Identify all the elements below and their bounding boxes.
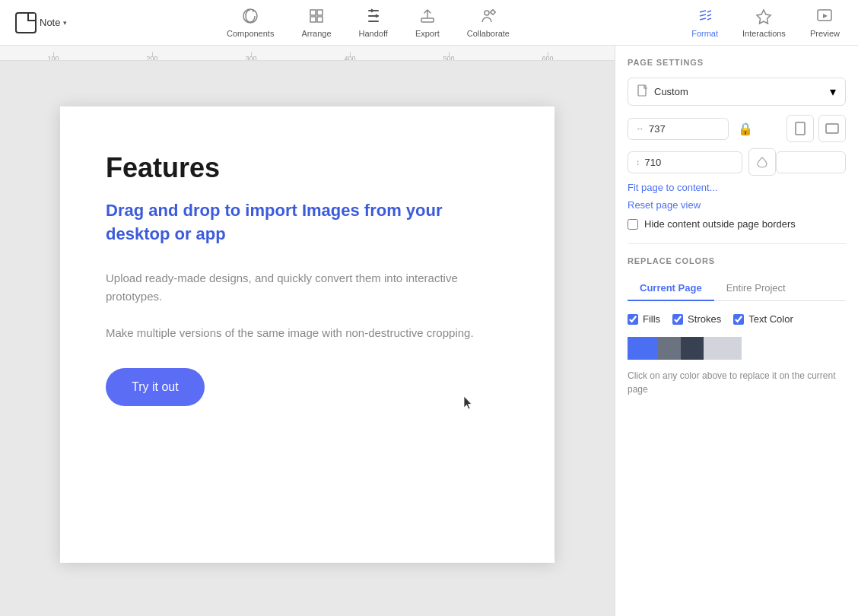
components-label: Components bbox=[227, 29, 274, 38]
width-input[interactable] bbox=[649, 123, 687, 135]
ruler-top: 100 200 300 400 500 600 bbox=[0, 46, 615, 61]
svg-rect-23 bbox=[826, 124, 838, 133]
handoff-label: Handoff bbox=[359, 29, 388, 38]
strokes-checkbox[interactable] bbox=[672, 314, 683, 325]
collaborate-icon bbox=[480, 8, 497, 27]
main-layout: 100 200 300 400 500 600 Features Drag an… bbox=[0, 46, 858, 616]
format-label: Format bbox=[691, 29, 718, 38]
svg-point-8 bbox=[491, 10, 494, 14]
page-size-dropdown[interactable]: Custom ▾ bbox=[628, 78, 846, 106]
height-row: ↕ bbox=[628, 148, 846, 176]
export-tool[interactable]: Export bbox=[405, 3, 450, 43]
ruler-tick-400 bbox=[350, 52, 351, 56]
swatch-light[interactable] bbox=[704, 337, 742, 360]
note-label: Note bbox=[40, 17, 60, 28]
features-para-2: Make multiple versions of the same image… bbox=[106, 324, 509, 342]
text-color-label: Text Color bbox=[748, 313, 793, 325]
ruler-tick-100 bbox=[53, 52, 54, 56]
fill-row bbox=[748, 148, 847, 176]
width-row: ↔ 🔒 bbox=[628, 115, 846, 142]
fills-label: Fills bbox=[643, 313, 660, 325]
height-input-group: ↕ bbox=[628, 151, 742, 173]
toolbar-center: Components Arrange Handoff bbox=[99, 3, 637, 43]
divider-1 bbox=[628, 243, 846, 244]
strokes-label: Strokes bbox=[688, 313, 721, 325]
dropdown-chevron-icon: ▾ bbox=[830, 84, 836, 99]
swatch-gray[interactable] bbox=[658, 337, 681, 360]
page-settings-title: PAGE SETTINGS bbox=[628, 58, 846, 67]
svg-rect-22 bbox=[796, 122, 805, 135]
ruler-tick-500 bbox=[449, 52, 450, 56]
toolbar-right: Format Interactions Preview bbox=[637, 3, 850, 43]
interactions-tool[interactable]: Interactions bbox=[732, 3, 796, 43]
arrange-tool[interactable]: Arrange bbox=[291, 3, 342, 43]
svg-line-15 bbox=[700, 18, 706, 20]
note-tool[interactable]: Note ▾ bbox=[8, 8, 75, 38]
ruler-marks: 100 200 300 400 500 600 bbox=[0, 46, 615, 60]
replace-hint: Click on any color above to replace it o… bbox=[628, 369, 846, 396]
format-tool[interactable]: Format bbox=[681, 3, 729, 43]
note-icon bbox=[15, 12, 37, 33]
note-dropdown-arrow: ▾ bbox=[63, 19, 67, 27]
swatch-blue[interactable] bbox=[628, 337, 658, 360]
cursor-indicator bbox=[463, 395, 472, 409]
page-size-dropdown-left: Custom bbox=[637, 84, 688, 99]
toolbar: Note ▾ Components bbox=[0, 0, 858, 46]
replace-colors-title: REPLACE COLORS bbox=[628, 256, 846, 265]
fill-color-input[interactable] bbox=[776, 151, 847, 173]
swatch-dark[interactable] bbox=[681, 337, 704, 360]
features-title: Features bbox=[106, 152, 509, 184]
canvas-content[interactable]: Features Drag and drop to import Images … bbox=[0, 61, 615, 616]
handoff-icon bbox=[365, 8, 382, 27]
svg-line-13 bbox=[700, 11, 706, 12]
fit-page-link[interactable]: Fit page to content... bbox=[628, 182, 846, 193]
arrange-icon bbox=[308, 8, 325, 27]
lock-icon[interactable]: 🔒 bbox=[735, 119, 756, 139]
page-size-label: Custom bbox=[654, 86, 688, 97]
svg-rect-2 bbox=[310, 10, 316, 15]
preview-icon bbox=[816, 8, 833, 27]
collaborate-tool[interactable]: Collaborate bbox=[456, 3, 520, 43]
canvas-area[interactable]: 100 200 300 400 500 600 Features Drag an… bbox=[0, 46, 615, 616]
tab-entire-project[interactable]: Entire Project bbox=[714, 276, 798, 301]
svg-line-16 bbox=[707, 11, 711, 12]
svg-rect-5 bbox=[317, 17, 323, 22]
replace-colors-tabs: Current Page Entire Project bbox=[628, 276, 846, 301]
toolbar-left: Note ▾ bbox=[8, 8, 99, 38]
hide-content-label: Hide content outside page borders bbox=[644, 218, 796, 230]
svg-marker-20 bbox=[823, 14, 828, 18]
tab-current-page[interactable]: Current Page bbox=[628, 276, 714, 301]
ruler-tick-200 bbox=[152, 52, 153, 56]
hide-content-checkbox[interactable] bbox=[628, 219, 638, 230]
height-icon: ↕ bbox=[636, 157, 640, 167]
right-panel: PAGE SETTINGS Custom ▾ ↔ 🔒 bbox=[615, 46, 858, 616]
svg-rect-3 bbox=[317, 10, 323, 15]
interactions-icon bbox=[755, 8, 772, 27]
collaborate-label: Collaborate bbox=[467, 29, 510, 38]
fill-icon-button[interactable] bbox=[748, 148, 776, 176]
reset-view-link[interactable]: Reset page view bbox=[628, 199, 846, 211]
strokes-checkbox-item[interactable]: Strokes bbox=[672, 313, 721, 325]
filter-checkboxes: Fills Strokes Text Color bbox=[628, 313, 846, 325]
svg-line-18 bbox=[707, 18, 711, 20]
svg-rect-6 bbox=[421, 18, 434, 22]
fills-checkbox-item[interactable]: Fills bbox=[628, 313, 660, 325]
text-color-checkbox[interactable] bbox=[733, 314, 744, 325]
components-tool[interactable]: Components bbox=[216, 3, 284, 43]
width-input-group: ↔ bbox=[628, 118, 729, 140]
svg-line-17 bbox=[707, 14, 711, 16]
components-icon bbox=[242, 8, 259, 27]
preview-tool[interactable]: Preview bbox=[799, 3, 850, 43]
height-input[interactable] bbox=[645, 157, 683, 168]
export-icon bbox=[419, 8, 436, 27]
landscape-button[interactable] bbox=[818, 115, 846, 142]
action-links: Fit page to content... Reset page view bbox=[628, 182, 846, 211]
portrait-button[interactable] bbox=[786, 115, 814, 142]
svg-rect-4 bbox=[310, 17, 316, 22]
export-label: Export bbox=[415, 29, 440, 38]
try-it-button[interactable]: Try it out bbox=[106, 368, 205, 406]
fills-checkbox[interactable] bbox=[628, 314, 638, 325]
handoff-tool[interactable]: Handoff bbox=[348, 3, 399, 43]
text-color-checkbox-item[interactable]: Text Color bbox=[733, 313, 793, 325]
arrange-label: Arrange bbox=[301, 29, 331, 38]
